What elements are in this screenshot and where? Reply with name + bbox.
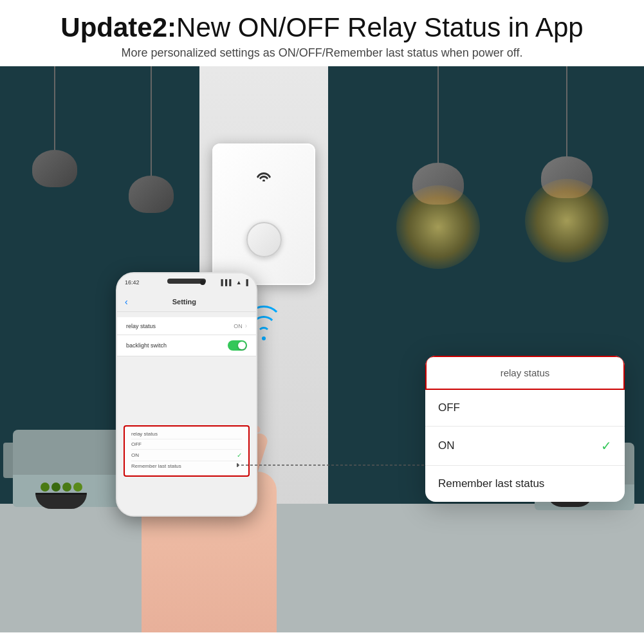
phone-relay-box: relay status OFF ON ✓ Remember last stat…	[124, 425, 250, 477]
backlight-label: backlight switch	[126, 342, 167, 349]
phone-relay-remember: Remember last status	[131, 463, 181, 469]
phone-relay-title: relay status	[131, 431, 158, 437]
backlight-toggle[interactable]	[228, 340, 247, 351]
relay-status-setting-row[interactable]: relay status ON ›	[117, 317, 256, 335]
relay-status-value: ON ›	[234, 322, 247, 329]
header-title: Update2:New ON/OFF Relay Status in App	[13, 12, 631, 44]
header-subtitle: More personalized settings as ON/OFF/Rem…	[13, 46, 631, 60]
backlight-setting-row[interactable]: backlight switch	[117, 335, 256, 356]
smartphone[interactable]: 16:42 ▌▌▌ ▲ ▐ ‹ Setting	[116, 272, 257, 517]
phone-relay-off-row[interactable]: OFF	[131, 439, 242, 450]
fruit-bowl-left	[35, 483, 87, 509]
header-title-bold: Update2:	[60, 12, 176, 42]
popup-on-label: ON	[438, 439, 455, 452]
relay-chevron-icon: ›	[245, 322, 247, 329]
popup-option-off[interactable]: OFF	[425, 390, 625, 427]
popup-option-on[interactable]: ON ✓	[425, 427, 625, 466]
phone-relay-on: ON	[131, 452, 139, 458]
svg-point-0	[262, 179, 265, 181]
relay-status-label: relay status	[126, 323, 156, 329]
lamp-left-2	[129, 66, 174, 213]
popup-header: relay status	[425, 356, 625, 390]
switch-button[interactable]	[246, 222, 282, 257]
page-wrapper: Update2:New ON/OFF Relay Status in App M…	[0, 0, 644, 644]
popup-option-remember[interactable]: Remember last status	[425, 466, 625, 502]
phone-camera	[200, 280, 205, 285]
svg-point-2	[237, 463, 239, 467]
lamp-right-1	[412, 66, 464, 205]
phone-relay-remember-row[interactable]: Remember last status	[131, 461, 242, 471]
relay-status-popup: relay status OFF ON ✓ Remember last stat…	[425, 356, 625, 502]
header-section: Update2:New ON/OFF Relay Status in App M…	[0, 0, 644, 66]
popup-off-label: OFF	[438, 401, 460, 414]
lamp-left-1	[32, 66, 77, 187]
header-title-rest: New ON/OFF Relay Status in App	[176, 12, 584, 42]
phone-time: 16:42	[125, 279, 140, 286]
popup-on-check-icon: ✓	[601, 438, 612, 454]
phone-relay-on-row[interactable]: ON ✓	[131, 450, 242, 461]
phone-container: 16:42 ▌▌▌ ▲ ▐ ‹ Setting	[97, 259, 315, 632]
popup-remember-label: Remember last status	[438, 477, 544, 490]
lamp-right-2	[541, 66, 593, 198]
room-scene: 16:42 ▌▌▌ ▲ ▐ ‹ Setting	[0, 66, 644, 632]
phone-relay-title-row: relay status	[131, 429, 242, 439]
switch-wifi-icon	[257, 169, 271, 185]
phone-wifi-icon: ▲	[236, 279, 242, 286]
phone-relay-off: OFF	[131, 441, 142, 447]
phone-nav-title: Setting	[133, 298, 235, 306]
phone-battery-icon: ▐	[244, 279, 248, 286]
phone-signal: ▌▌▌	[221, 279, 234, 286]
phone-back-button[interactable]: ‹	[125, 297, 128, 307]
phone-nav-bar: ‹ Setting	[117, 291, 256, 312]
phone-settings-area: relay status ON › backlight switch	[117, 312, 256, 362]
connector-line	[237, 452, 449, 481]
toggle-knob	[238, 342, 246, 349]
phone-screen: 16:42 ▌▌▌ ▲ ▐ ‹ Setting	[117, 273, 256, 515]
